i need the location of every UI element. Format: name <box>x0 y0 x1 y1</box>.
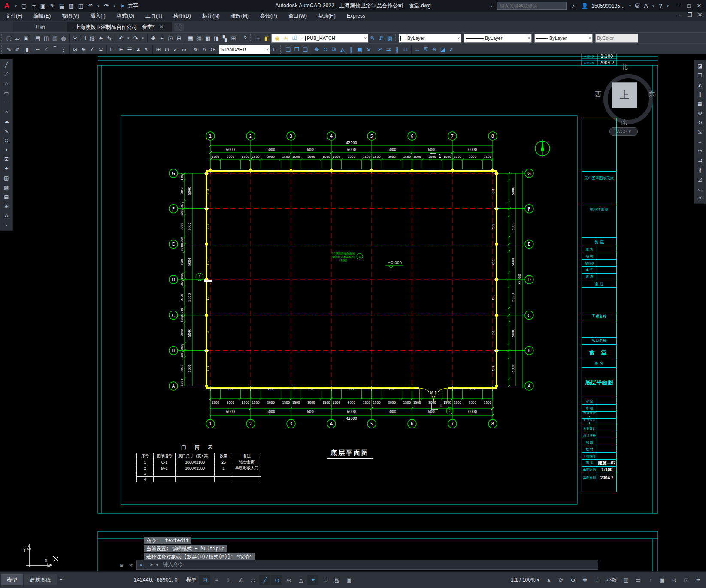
offset-icon[interactable]: ∥ <box>695 90 705 99</box>
mirror-icon[interactable]: ◭ <box>695 80 705 89</box>
plotstyle-combo[interactable]: ByColor <box>595 34 638 43</box>
app-menu-arrow-icon[interactable]: ▾ <box>13 2 19 10</box>
save-as-icon[interactable]: ✎ <box>48 2 57 10</box>
array-icon[interactable]: ▦ <box>355 45 364 54</box>
region-icon[interactable]: ▤ <box>2 192 11 201</box>
layout-tab-模型[interactable]: 模型 <box>1 574 23 585</box>
dim-spacing-icon[interactable]: ☰ <box>125 45 134 54</box>
help-icon[interactable]: ? <box>241 34 249 42</box>
viewcube-west[interactable]: 西 <box>595 90 601 99</box>
extend-icon[interactable]: ⇉ <box>695 156 705 165</box>
doc-close-icon[interactable]: ✕ <box>695 12 705 18</box>
user-avatar-icon[interactable]: 👤 <box>580 2 589 10</box>
menu-帮助H[interactable]: 帮助(H) <box>312 12 341 21</box>
chevron-down-icon[interactable]: ˅ <box>267 47 269 51</box>
annotation-scale-button[interactable]: 1:1 / 100% ▾ <box>508 577 542 583</box>
open-icon[interactable]: ▱ <box>13 34 22 42</box>
qnew-icon[interactable]: ▢ <box>5 34 13 42</box>
dim-ordinate-icon[interactable]: ⋮ <box>59 45 68 54</box>
polygon-icon[interactable]: ⌂ <box>2 79 11 88</box>
minimize-icon[interactable]: – <box>673 3 684 9</box>
menu-格式O[interactable]: 格式(O) <box>111 12 140 21</box>
doc-restore-icon[interactable]: ❐ <box>685 12 695 18</box>
designcenter-icon[interactable]: ◨ <box>212 34 221 42</box>
polar-tracking-toggle[interactable]: ∠ <box>235 575 246 585</box>
erase-icon[interactable]: ◪ <box>695 61 705 70</box>
break-icon[interactable]: ∦ <box>695 165 705 174</box>
layer-combo[interactable]: ◉☀⚿ PUB_HATCH ˅ <box>271 34 368 43</box>
menu-Express[interactable]: Express <box>341 12 371 21</box>
toolbar-grip[interactable] <box>1 34 4 42</box>
status-menu-icon[interactable]: ≡ <box>591 575 603 585</box>
menu-编辑E[interactable]: 编辑(E) <box>28 12 56 21</box>
ellipse-arc-icon[interactable]: ◖ <box>2 145 11 154</box>
extend-icon[interactable]: ⇉ <box>384 45 393 54</box>
mirror-icon[interactable]: ◭ <box>338 45 347 54</box>
trim-icon[interactable]: ✂ <box>695 146 705 155</box>
arc-icon[interactable]: ⌒ <box>2 98 11 107</box>
menu-参数P[interactable]: 参数(P) <box>255 12 283 21</box>
close-icon[interactable]: ✕ <box>694 3 704 9</box>
move-icon[interactable]: ✥ <box>695 109 705 118</box>
autodesk-arrow-icon[interactable]: ▾ <box>650 2 656 10</box>
share-label[interactable]: 共享 <box>128 2 138 9</box>
menu-修改M[interactable]: 修改(M) <box>225 12 255 21</box>
pan-icon[interactable]: ✥ <box>149 34 158 42</box>
dim-continue-icon[interactable]: ⊩ <box>117 45 125 54</box>
lineweight-display-toggle[interactable]: ≡ <box>319 575 330 585</box>
dim-angular-icon[interactable]: ∠ <box>88 45 97 54</box>
dynamic-input-toggle[interactable]: ⌖ <box>307 575 318 585</box>
explode-icon[interactable]: ✳ <box>695 193 705 202</box>
properties-check-icon[interactable]: ✓ <box>447 45 456 54</box>
tab-close-icon[interactable]: ✕ <box>159 24 164 30</box>
plot-preview-icon[interactable]: ◫ <box>42 34 51 42</box>
rotate-icon[interactable]: ↻ <box>695 118 705 127</box>
dim-jogged-linear-icon[interactable]: ∾ <box>180 45 188 54</box>
chevron-down-icon[interactable]: ˅ <box>528 36 530 40</box>
edit-block-icon[interactable]: ✎ <box>105 34 114 42</box>
lineweight-combo[interactable]: ByLayer ˅ <box>534 34 593 43</box>
paste-clip-icon[interactable]: ▨ <box>88 34 97 42</box>
spline-icon[interactable]: ∿ <box>2 126 11 135</box>
customization-menu-icon[interactable]: ≣ <box>693 575 704 585</box>
layer-freeze-sun-icon[interactable]: ☀ <box>282 34 290 42</box>
erase-icon[interactable]: ◪ <box>439 45 447 54</box>
drawing-canvas[interactable]: 出图比例1:100出图日期2004.7420006000150030001500… <box>0 54 706 572</box>
object-snap-tracking-toggle[interactable]: ╱ <box>259 575 270 585</box>
dim-diameter-icon[interactable]: ⊕ <box>79 45 88 54</box>
north-compass[interactable] <box>535 139 550 157</box>
dim-linear-icon[interactable]: ⊢ <box>33 45 42 54</box>
dim-text-edit-icon[interactable]: A <box>200 45 209 54</box>
fillet-icon[interactable]: ◡ <box>695 184 705 193</box>
search-icon[interactable]: ⌕ <box>569 2 578 10</box>
tab-start[interactable]: 开始 <box>13 22 67 32</box>
redo-arrow-icon[interactable]: ▾ <box>112 2 118 10</box>
dim-edit-icon[interactable]: ✎ <box>191 45 200 54</box>
layer-isolate-icon[interactable]: ▨ <box>385 34 394 42</box>
batch-plot-icon[interactable]: ▥ <box>67 2 76 10</box>
blend-blue-icon[interactable]: ❑ <box>301 45 309 54</box>
transmit-icon[interactable]: ◍ <box>59 34 68 42</box>
fillet-blue-icon[interactable]: ❏ <box>284 45 292 54</box>
group-icon[interactable]: ▧ <box>195 34 203 42</box>
table-icon[interactable]: ⊞ <box>2 202 11 211</box>
selection-cycling-toggle[interactable]: ▣ <box>343 575 355 585</box>
chevron-down-icon[interactable]: ˅ <box>458 36 460 40</box>
tool-palettes-icon[interactable]: ▚ <box>221 34 229 42</box>
chamfer-icon[interactable]: ◿ <box>695 175 705 184</box>
calculator-icon[interactable]: ⊞ <box>229 34 238 42</box>
viewcube-top-face[interactable]: 上 <box>612 82 637 108</box>
app-logo-icon[interactable]: A <box>2 2 12 10</box>
linetype-combo[interactable]: ByLayer ˅ <box>464 34 532 43</box>
join-icon[interactable]: ⊔ <box>401 45 410 54</box>
model-space-button[interactable]: 模型 <box>183 576 199 584</box>
dim-baseline-icon[interactable]: ⊨ <box>108 45 117 54</box>
help-arrow-icon[interactable]: ▾ <box>665 2 671 10</box>
isolate-objects-icon[interactable]: ⊘ <box>669 575 680 585</box>
dim-style-apply-icon[interactable]: ⊫ <box>270 45 279 54</box>
rotate-icon[interactable]: ↻ <box>321 45 330 54</box>
share-plane-icon[interactable]: ➤ <box>118 2 127 10</box>
break-icon[interactable]: ∦ <box>393 45 401 54</box>
undo-arrow-icon[interactable]: ▾ <box>95 2 101 10</box>
toolbar-grip[interactable] <box>395 34 398 42</box>
